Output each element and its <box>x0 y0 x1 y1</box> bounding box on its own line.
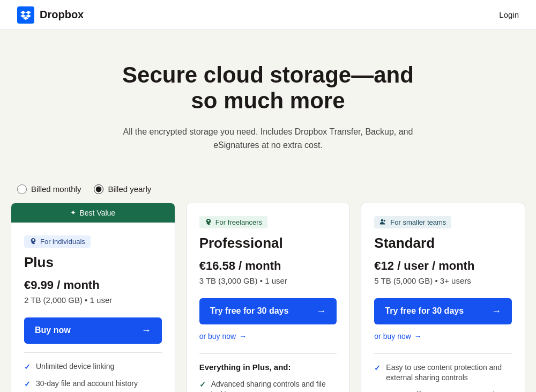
plan-body-plus: For individuals Plus €9.99 / month 2 TB … <box>11 223 175 392</box>
plan-card-plus: ✦ Best Value For individuals Plus €9.99 … <box>11 203 175 392</box>
plan-cta-label-standard: Try free for 30 days <box>385 306 464 316</box>
feature-list-plus: ✓ Unlimited device linking ✓ 30-day file… <box>24 361 162 392</box>
plan-badge-professional: For freelancers <box>199 216 267 228</box>
plan-storage-standard: 5 TB (5,000 GB) • 3+ users <box>374 276 512 285</box>
plan-name-standard: Standard <box>374 235 512 252</box>
feature-text: Unlimited device linking <box>36 361 114 372</box>
plan-name-plus: Plus <box>24 254 162 271</box>
or-buy-now-label-standard: or buy now <box>374 332 411 341</box>
best-value-label: Best Value <box>79 209 115 217</box>
or-buy-now-label-professional: or buy now <box>199 332 236 341</box>
plan-badge-label-professional: For freelancers <box>215 218 262 226</box>
billing-monthly-option[interactable]: Billed monthly <box>17 184 81 194</box>
feature-text: Easy to use content protection and exter… <box>386 363 512 383</box>
hero-section: Secure cloud storage—and so much more Al… <box>0 30 536 174</box>
feature-item: ✓ Easy to use content protection and ext… <box>374 363 512 383</box>
feature-list-standard: ✓ Easy to use content protection and ext… <box>374 363 512 392</box>
best-value-banner: ✦ Best Value <box>11 203 175 223</box>
feature-text: 30-day file and account history <box>36 379 138 389</box>
divider-professional <box>199 353 337 354</box>
or-buy-now-professional[interactable]: or buy now → <box>199 332 337 341</box>
billing-monthly-label: Billed monthly <box>31 184 81 194</box>
plan-card-standard: For smaller teams Standard €12 / user / … <box>361 203 525 392</box>
plan-price-professional: €16.58 / month <box>199 259 337 273</box>
feature-item: ✓ Unlimited device linking <box>24 361 162 373</box>
plans-grid: ✦ Best Value For individuals Plus €9.99 … <box>11 203 525 392</box>
arrow-icon-plus: → <box>142 325 151 336</box>
login-link[interactable]: Login <box>499 10 519 19</box>
best-value-star-icon: ✦ <box>70 209 76 217</box>
billing-yearly-radio[interactable] <box>94 184 103 194</box>
plan-badge-label-standard: For smaller teams <box>390 218 446 226</box>
plan-badge-plus: For individuals <box>24 235 91 248</box>
billing-toggle: Billed monthly Billed yearly <box>0 174 536 203</box>
plan-name-professional: Professional <box>199 235 337 252</box>
billing-yearly-label: Billed yearly <box>108 184 151 194</box>
feature-text: Recover files or restore your entire acc… <box>386 390 512 392</box>
divider-standard <box>374 353 512 354</box>
plan-price-standard: €12 / user / month <box>374 259 512 273</box>
plan-cta-standard[interactable]: Try free for 30 days → <box>374 298 512 324</box>
billing-monthly-radio[interactable] <box>17 184 27 194</box>
arrow-icon-standard: → <box>492 306 501 317</box>
plan-cta-label-professional: Try free for 30 days <box>210 306 289 316</box>
feature-list-professional: ✓ Advanced sharing controls and file loc… <box>199 379 337 392</box>
hero-title: Secure cloud storage—and so much more <box>107 62 429 114</box>
plan-card-professional: For freelancers Professional €16.58 / mo… <box>186 203 351 392</box>
billing-yearly-option[interactable]: Billed yearly <box>94 184 151 194</box>
plan-storage-professional: 3 TB (3,000 GB) • 1 user <box>199 276 337 285</box>
feature-item: ✓ 30-day file and account history <box>24 379 162 390</box>
plan-cta-plus[interactable]: Buy now → <box>24 317 162 344</box>
or-buy-now-standard[interactable]: or buy now → <box>374 332 512 341</box>
plan-body-professional: For freelancers Professional €16.58 / mo… <box>187 203 350 392</box>
check-icon: ✓ <box>24 362 31 373</box>
feature-item: ✓ Recover files or restore your entire a… <box>374 390 512 392</box>
site-header: Dropbox Login <box>0 0 536 30</box>
check-icon: ✓ <box>374 363 381 374</box>
brand-name: Dropbox <box>40 9 84 21</box>
check-icon: ✓ <box>199 380 206 390</box>
features-label-professional: Everything in Plus, and: <box>199 363 337 372</box>
dropbox-logo-icon <box>17 6 34 24</box>
plans-wrapper: ✦ Best Value For individuals Plus €9.99 … <box>0 203 536 392</box>
plan-cta-label-plus: Buy now <box>35 326 71 335</box>
check-icon: ✓ <box>24 379 31 390</box>
plan-price-plus: €9.99 / month <box>24 278 162 292</box>
or-buy-now-arrow-standard: → <box>414 332 422 341</box>
feature-text: Advanced sharing controls and file locki… <box>211 379 337 392</box>
divider-plus <box>24 352 162 353</box>
or-buy-now-arrow-professional: → <box>239 332 247 341</box>
header-logo-area: Dropbox <box>17 6 84 24</box>
hero-subtitle: All the encrypted storage you need. Incl… <box>113 125 423 152</box>
plan-body-standard: For smaller teams Standard €12 / user / … <box>361 203 525 392</box>
feature-item: ✓ Advanced sharing controls and file loc… <box>199 379 337 392</box>
plan-cta-professional[interactable]: Try free for 30 days → <box>199 298 337 324</box>
arrow-icon-professional: → <box>316 306 326 317</box>
plan-badge-label-plus: For individuals <box>40 238 85 246</box>
plan-storage-plus: 2 TB (2,000 GB) • 1 user <box>24 295 162 305</box>
plan-badge-standard: For smaller teams <box>374 216 451 228</box>
